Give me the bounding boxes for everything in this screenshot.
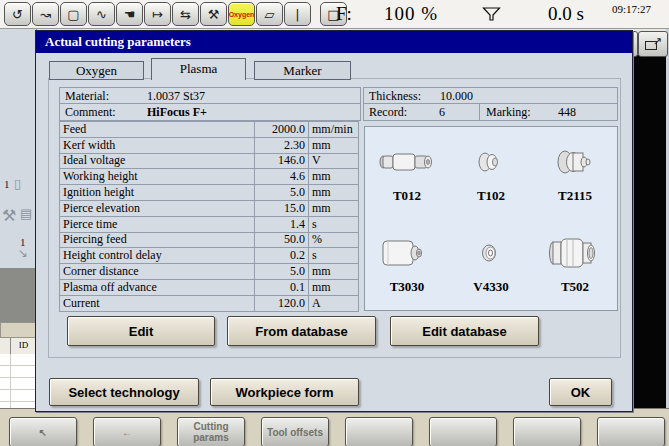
softkey-back-icon: ← [98, 427, 156, 438]
torch-pin-button[interactable]: | [284, 2, 311, 26]
softkey-label: Tool offsets [266, 427, 324, 438]
toolbar-buttons: ↺↝▢∿☚↦⇆⚒Oxygen▱|□ [4, 2, 347, 26]
rotate-selection-icon: ↺ [12, 7, 23, 22]
drawing-canvas[interactable] [633, 55, 666, 408]
tab-plasma[interactable]: Plasma [151, 58, 246, 80]
tool-slot-number: 1 [4, 178, 10, 190]
left-sidebar: 1 ▯ ⚒ ▤ 1 ↘ [0, 28, 37, 268]
top-toolbar: ↺↝▢∿☚↦⇆⚒Oxygen▱|□ F: 100 % 0.0 s 09:17:2… [0, 0, 669, 29]
sidebar-lower-panel [0, 268, 36, 322]
document-icon: ▤ [20, 206, 32, 221]
softkey-jump-icon: ↖ [14, 427, 72, 438]
feed-override-value: 100 % [384, 3, 438, 25]
feed-label: F: [336, 3, 352, 25]
dwell-time-value: 0.0 s [548, 3, 584, 25]
oxygen-mode-icon: Oxygen [229, 11, 255, 18]
pan-hand-button[interactable]: ☚ [116, 2, 143, 26]
pan-hand-icon: ☚ [124, 7, 136, 22]
tab-oxygen[interactable]: Oxygen [49, 61, 144, 80]
cutting-parameters-dialog: Actual cutting parameters OxygenPlasmaMa… [35, 30, 633, 412]
softkey-jump[interactable]: ↖ [9, 417, 77, 446]
ok-button[interactable]: OK [549, 378, 612, 406]
clock: 09:17:27 [612, 3, 651, 15]
tab-content-pane [48, 78, 621, 358]
move-to-edge-button[interactable]: ↦ [144, 2, 171, 26]
softkey-7[interactable] [513, 417, 581, 446]
tool-icon: ⚒ [2, 206, 16, 225]
id-column-header: ID [11, 338, 36, 354]
tab-marker[interactable]: Marker [254, 61, 351, 80]
torch-pin-icon: | [295, 7, 299, 22]
curve-arrow-button[interactable]: ↝ [32, 2, 59, 26]
oxygen-mode-button[interactable]: Oxygen [228, 2, 255, 26]
softkey-6[interactable] [429, 417, 497, 446]
marquee-button[interactable]: ▢ [60, 2, 87, 26]
softkey-5[interactable] [345, 417, 413, 446]
curve-arrow-icon: ↝ [40, 7, 51, 22]
softkey-cutting-params[interactable]: Cutting params [177, 417, 245, 446]
zoom-fit-button[interactable]: ↗ [638, 31, 668, 57]
torch-tool-button[interactable]: ⚒ [200, 2, 227, 26]
torch-down-icon: ↘ [18, 246, 28, 260]
marquee-icon: ▢ [67, 7, 79, 22]
torch-tool-icon: ⚒ [208, 7, 220, 22]
zoom-fit-icon: ↗ [644, 37, 662, 51]
sheet-button[interactable]: ▱ [256, 2, 283, 26]
torch-slot-icon: ▯ [14, 176, 21, 191]
funnel-icon [481, 4, 502, 28]
softkey-bar: ↖←Cutting paramsTool offsets [0, 408, 669, 446]
softkey-back[interactable]: ← [93, 417, 161, 446]
select-technology-button[interactable]: Select technology [49, 378, 199, 406]
sidebar-table-toolbar [0, 322, 36, 338]
workpiece-form-button[interactable]: Workpiece form [210, 378, 359, 406]
softkey-8[interactable] [597, 417, 665, 446]
part-table-header: ID [0, 338, 36, 355]
swap-direction-button[interactable]: ⇆ [172, 2, 199, 26]
rotate-selection-button[interactable]: ↺ [4, 2, 31, 26]
dialog-title[interactable]: Actual cutting parameters [36, 31, 632, 53]
sine-wave-button[interactable]: ∿ [88, 2, 115, 26]
sheet-icon: ▱ [265, 7, 275, 22]
softkey-label: Cutting params [182, 421, 240, 443]
swap-direction-icon: ⇆ [180, 7, 191, 22]
part-table-corner-cell [0, 338, 11, 354]
cnc-screen: ↺↝▢∿☚↦⇆⚒Oxygen▱|□ F: 100 % 0.0 s 09:17:2… [0, 0, 669, 446]
part-table-rows[interactable] [0, 354, 36, 415]
softkey-tool-offsets[interactable]: Tool offsets [261, 417, 329, 446]
sine-wave-icon: ∿ [96, 7, 107, 22]
move-to-edge-icon: ↦ [152, 7, 163, 22]
